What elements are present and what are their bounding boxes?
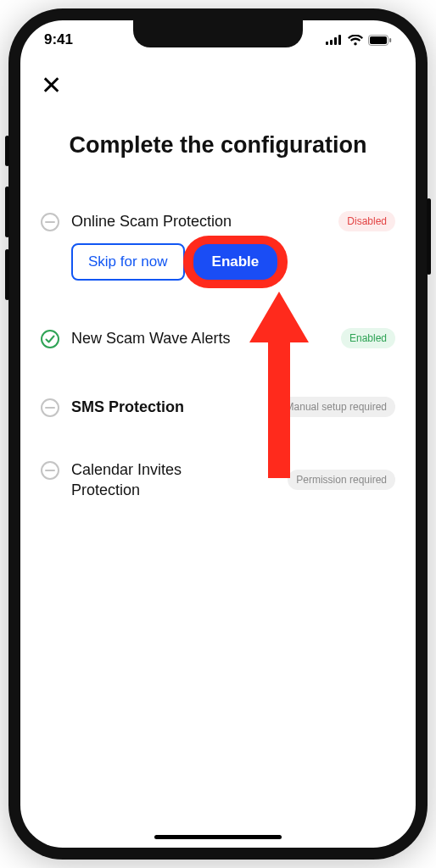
minus-circle-icon bbox=[41, 461, 59, 480]
power-button bbox=[427, 198, 431, 275]
config-item-label: SMS Protection bbox=[71, 397, 184, 417]
nav-bar: ✕ bbox=[20, 59, 416, 105]
status-badge-permission: Permission required bbox=[288, 470, 395, 490]
config-item-sms: SMS Protection Manual setup required bbox=[41, 385, 395, 429]
screen: 9:41 ✕ Complete the configuration bbox=[20, 20, 416, 848]
volume-up-button bbox=[5, 186, 9, 237]
cellular-signal-icon bbox=[326, 35, 343, 45]
config-item-label: Online Scam Protection bbox=[71, 211, 232, 231]
close-icon[interactable]: ✕ bbox=[41, 73, 62, 98]
config-item-scam-wave: New Scam Wave Alerts Enabled bbox=[41, 316, 395, 360]
status-time: 9:41 bbox=[44, 31, 73, 48]
battery-icon bbox=[368, 35, 392, 46]
page-title: Complete the configuration bbox=[41, 132, 395, 159]
minus-circle-icon bbox=[41, 213, 59, 231]
svg-rect-1 bbox=[330, 40, 333, 45]
config-item-online-scam: Online Scam Protection Disabled Skip for… bbox=[41, 199, 395, 292]
home-indicator[interactable] bbox=[154, 835, 282, 839]
status-badge-disabled: Disabled bbox=[338, 211, 395, 231]
config-item-calendar: Calendar Invites Protection Permission r… bbox=[41, 448, 395, 513]
svg-rect-5 bbox=[370, 36, 387, 44]
svg-rect-0 bbox=[326, 42, 328, 45]
enable-highlight: Enable bbox=[193, 244, 278, 280]
check-circle-icon bbox=[41, 330, 59, 348]
config-item-label: Calendar Invites Protection bbox=[71, 459, 215, 501]
svg-rect-3 bbox=[338, 35, 341, 45]
config-item-label: New Scam Wave Alerts bbox=[71, 328, 230, 348]
mute-switch bbox=[5, 136, 9, 166]
volume-down-button bbox=[5, 249, 9, 300]
config-item-actions: Skip for now Enable bbox=[71, 243, 395, 281]
phone-frame: 9:41 ✕ Complete the configuration bbox=[8, 8, 428, 860]
status-badge-manual: Manual setup required bbox=[277, 397, 395, 417]
svg-point-9 bbox=[42, 331, 59, 348]
status-badge-enabled: Enabled bbox=[341, 328, 395, 348]
content: Complete the configuration Online Scam P… bbox=[20, 105, 416, 512]
svg-rect-6 bbox=[389, 38, 391, 42]
enable-button[interactable]: Enable bbox=[193, 244, 278, 280]
svg-rect-2 bbox=[334, 37, 337, 45]
wifi-icon bbox=[348, 35, 363, 46]
skip-button[interactable]: Skip for now bbox=[71, 243, 185, 281]
status-right bbox=[326, 35, 392, 46]
notch bbox=[133, 20, 303, 47]
minus-circle-icon bbox=[41, 398, 59, 417]
